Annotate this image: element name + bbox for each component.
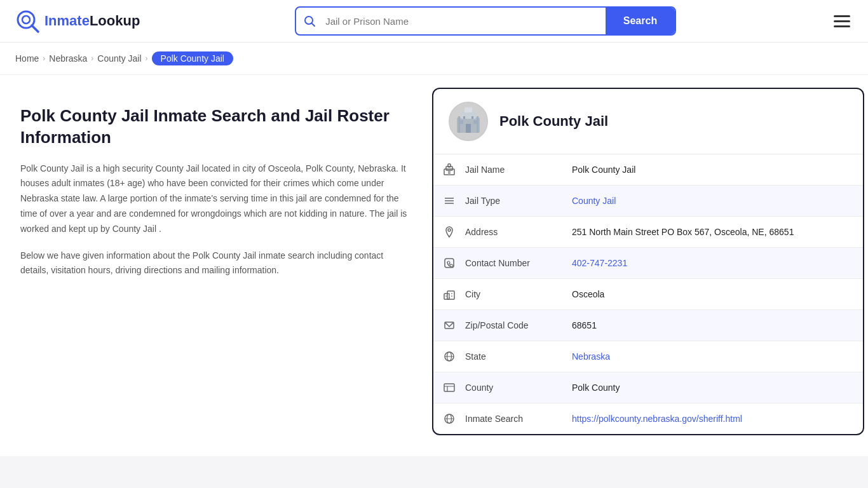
svg-rect-12: [477, 116, 478, 133]
svg-line-1: [32, 25, 38, 32]
contact-link[interactable]: 402-747-2231: [572, 258, 627, 268]
svg-rect-25: [447, 291, 454, 299]
breadcrumb-sep: ›: [43, 54, 45, 63]
info-row-jail-type: Jail TypeCounty Jail: [433, 186, 863, 217]
info-row-zip: Zip/Postal Code68651: [433, 310, 863, 341]
state-value: Nebraska: [567, 342, 615, 370]
contact-label: Contact Number: [465, 249, 567, 277]
svg-rect-7: [465, 107, 472, 112]
svg-rect-18: [448, 171, 451, 175]
info-row-county: CountyPolk County: [433, 372, 863, 403]
page-title: Polk County Jail Inmate Search and Jail …: [20, 105, 412, 149]
city-value: Osceola: [567, 280, 609, 308]
hamburger-line: [834, 15, 850, 17]
search-input[interactable]: [323, 10, 606, 33]
county-value: Polk County: [567, 374, 625, 402]
card-header: Polk County Jail: [433, 89, 863, 154]
address-icon: [433, 217, 465, 247]
hamburger-line: [834, 25, 850, 27]
state-label: State: [465, 342, 567, 370]
breadcrumb-current: Polk County Jail: [152, 51, 233, 65]
logo-icon: [15, 9, 39, 33]
jail-name-icon: [433, 154, 465, 185]
svg-rect-11: [458, 116, 460, 133]
logo-text: InmateLookup: [44, 13, 140, 29]
city-label: City: [465, 280, 567, 308]
contact-icon: [433, 248, 465, 278]
address-value: 251 North Main Street PO Box 567, Osceol…: [567, 218, 799, 246]
inmate-search-link[interactable]: https://polkcounty.nebraska.gov/sheriff.…: [572, 414, 742, 424]
breadcrumb-level1[interactable]: Nebraska: [49, 53, 87, 64]
svg-rect-35: [444, 384, 454, 391]
jail-type-label: Jail Type: [465, 187, 567, 215]
footer-strip: [0, 456, 868, 488]
contact-value: 402-747-2231: [567, 249, 632, 277]
page-description-1: Polk County Jail is a high security Coun…: [20, 161, 412, 237]
svg-point-2: [22, 16, 30, 24]
info-row-state: StateNebraska: [433, 341, 863, 372]
breadcrumb-home[interactable]: Home: [15, 53, 39, 64]
svg-rect-30: [445, 295, 447, 297]
county-label: County: [465, 374, 567, 402]
svg-line-4: [312, 24, 315, 26]
svg-rect-27: [451, 293, 452, 294]
zip-icon: [433, 310, 465, 341]
search-wrapper: Search: [295, 6, 676, 36]
svg-rect-8: [466, 124, 471, 133]
search-icon: [296, 15, 323, 27]
city-icon: [433, 279, 465, 309]
breadcrumb: Home › Nebraska › County Jail › Polk Cou…: [0, 43, 868, 75]
info-table: Jail NamePolk County JailJail TypeCounty…: [433, 154, 863, 434]
svg-rect-29: [451, 295, 452, 297]
page-description-2: Below we have given information about th…: [20, 248, 412, 279]
svg-rect-14: [471, 116, 473, 119]
info-card: Polk County Jail Jail NamePolk County Ja…: [432, 88, 864, 435]
breadcrumb-level2[interactable]: County Jail: [97, 53, 141, 64]
hamburger-line: [834, 20, 850, 22]
header: InmateLookup Search: [0, 0, 868, 43]
search-button[interactable]: Search: [606, 8, 675, 34]
left-column: Polk County Jail Inmate Search and Jail …: [0, 75, 432, 456]
state-link[interactable]: Nebraska: [572, 351, 610, 362]
jail-type-link[interactable]: County Jail: [572, 196, 616, 206]
svg-rect-13: [463, 116, 465, 119]
svg-point-22: [448, 229, 451, 231]
county-icon: [433, 372, 465, 403]
inmate-search-value: https://polkcounty.nebraska.gov/sheriff.…: [567, 405, 747, 433]
address-label: Address: [465, 218, 567, 246]
svg-rect-28: [449, 295, 450, 297]
state-icon: [433, 341, 465, 372]
main-content: Polk County Jail Inmate Search and Jail …: [0, 75, 868, 456]
search-area: Search: [295, 6, 676, 36]
info-row-inmate-search: Inmate Searchhttps://polkcounty.nebraska…: [433, 403, 863, 434]
svg-rect-17: [448, 164, 451, 167]
card-title: Polk County Jail: [499, 113, 608, 130]
jail-name-label: Jail Name: [465, 156, 567, 184]
info-row-address: Address251 North Main Street PO Box 567,…: [433, 217, 863, 248]
info-row-jail-name: Jail NamePolk County Jail: [433, 154, 863, 186]
svg-rect-26: [449, 293, 450, 294]
inmate-search-icon: [433, 403, 465, 434]
zip-label: Zip/Postal Code: [465, 311, 567, 339]
logo[interactable]: InmateLookup: [15, 9, 140, 33]
info-row-contact: Contact Number402-747-2231: [433, 248, 863, 279]
info-row-city: CityOsceola: [433, 279, 863, 310]
jail-type-value: County Jail: [567, 187, 621, 215]
menu-button[interactable]: [831, 13, 853, 30]
right-column: Polk County Jail Jail NamePolk County Ja…: [432, 75, 868, 456]
inmate-search-label: Inmate Search: [465, 405, 567, 433]
zip-value: 68651: [567, 311, 602, 339]
breadcrumb-sep: ›: [91, 54, 93, 63]
svg-point-3: [305, 17, 313, 24]
breadcrumb-sep: ›: [146, 54, 148, 63]
jail-avatar: [449, 102, 488, 141]
jail-type-icon: [433, 186, 465, 216]
jail-name-value: Polk County Jail: [567, 156, 641, 184]
